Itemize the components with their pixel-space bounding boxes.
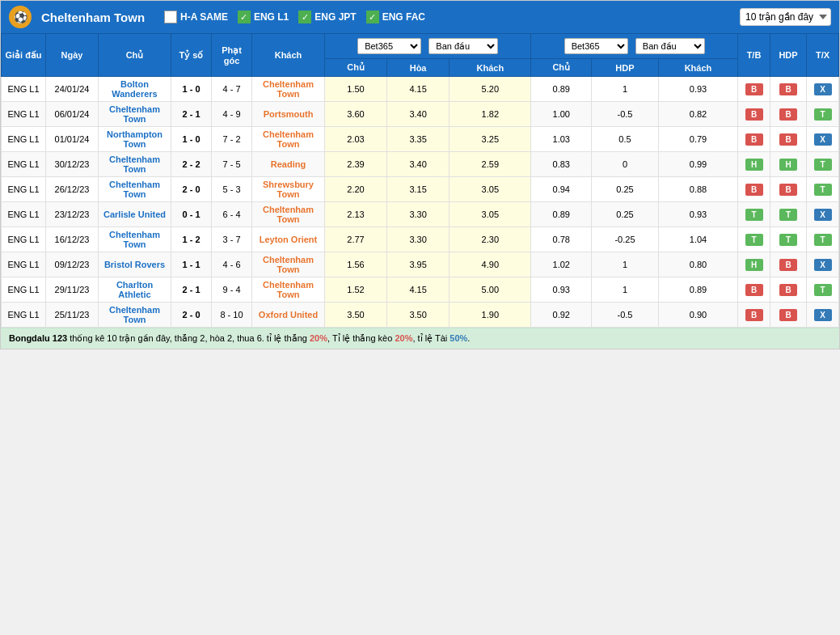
cell-league: ENG L1 xyxy=(2,252,46,277)
cell-btn2[interactable]: B xyxy=(770,303,807,328)
action-btn-1[interactable]: B xyxy=(745,133,763,146)
action-btn-3[interactable]: T xyxy=(814,284,832,296)
th-chu-hdp: Chủ xyxy=(531,59,592,77)
action-btn-1[interactable]: H xyxy=(745,259,763,271)
action-btn-2[interactable]: T xyxy=(779,209,797,221)
cell-btn3[interactable]: T xyxy=(807,102,839,127)
action-btn-3[interactable]: X xyxy=(814,133,832,146)
cell-home[interactable]: Cheltenham Town xyxy=(99,227,171,252)
cell-league: ENG L1 xyxy=(2,277,46,303)
th-khach-odds: Khách xyxy=(450,59,531,77)
action-btn-2[interactable]: B xyxy=(779,284,797,296)
cell-home[interactable]: Charlton Athletic xyxy=(99,277,171,303)
cell-away[interactable]: Cheltenham Town xyxy=(252,127,325,152)
action-btn-1[interactable]: B xyxy=(745,83,763,95)
cell-home[interactable]: Cheltenham Town xyxy=(99,177,171,202)
cell-home[interactable]: Northampton Town xyxy=(99,127,171,152)
cell-away[interactable]: Leyton Orient xyxy=(252,227,325,252)
action-btn-1[interactable]: H xyxy=(745,159,763,171)
cell-btn3[interactable]: T xyxy=(807,177,839,202)
action-btn-3[interactable]: X xyxy=(814,83,832,95)
action-btn-2[interactable]: B xyxy=(779,259,797,271)
cell-away[interactable]: Cheltenham Town xyxy=(252,202,325,227)
cell-home[interactable]: Cheltenham Town xyxy=(99,303,171,328)
cell-btn3[interactable]: X xyxy=(807,127,839,152)
eng-jpt-checkbox[interactable]: ✓ xyxy=(298,11,311,23)
cell-btn3[interactable]: T xyxy=(807,152,839,177)
cell-away[interactable]: Oxford United xyxy=(252,303,325,328)
cell-btn2[interactable]: B xyxy=(770,252,807,277)
cell-btn2[interactable]: B xyxy=(770,177,807,202)
action-btn-3[interactable]: X xyxy=(814,259,832,271)
action-btn-2[interactable]: B xyxy=(779,108,797,121)
cell-btn1[interactable]: B xyxy=(738,77,770,102)
recent-matches-dropdown[interactable]: 10 trận gần đây 5 trận gần đây 20 trận g… xyxy=(740,8,831,26)
bet365-select-2[interactable]: Bet365 xyxy=(564,38,628,54)
cell-btn2[interactable]: B xyxy=(770,127,807,152)
cell-btn2[interactable]: T xyxy=(770,227,807,252)
action-btn-3[interactable]: T xyxy=(814,234,832,246)
cell-btn1[interactable]: T xyxy=(738,227,770,252)
action-btn-2[interactable]: H xyxy=(779,159,797,171)
action-btn-3[interactable]: T xyxy=(814,159,832,171)
action-btn-2[interactable]: B xyxy=(779,309,797,321)
cell-home[interactable]: Carlisle United xyxy=(99,202,171,227)
cell-btn1[interactable]: B xyxy=(738,277,770,303)
action-btn-1[interactable]: T xyxy=(745,234,763,246)
cell-away[interactable]: Cheltenham Town xyxy=(252,277,325,303)
cell-btn1[interactable]: T xyxy=(738,202,770,227)
cell-btn2[interactable]: B xyxy=(770,277,807,303)
cell-btn3[interactable]: T xyxy=(807,227,839,252)
cell-home[interactable]: Bolton Wanderers xyxy=(99,77,171,102)
cell-btn3[interactable]: X xyxy=(807,303,839,328)
cell-away[interactable]: Cheltenham Town xyxy=(252,77,325,102)
cell-away[interactable]: Portsmouth xyxy=(252,102,325,127)
cell-penalty: 4 - 9 xyxy=(212,102,252,127)
table-row: ENG L1 24/01/24 Bolton Wanderers 1 - 0 4… xyxy=(2,77,839,102)
action-btn-2[interactable]: T xyxy=(779,234,797,246)
action-btn-1[interactable]: B xyxy=(745,108,763,121)
cell-btn1[interactable]: H xyxy=(738,252,770,277)
eng-l1-checkbox[interactable]: ✓ xyxy=(238,11,251,23)
cell-home[interactable]: Bristol Rovers xyxy=(99,252,171,277)
action-btn-3[interactable]: X xyxy=(814,309,832,321)
cell-btn2[interactable]: B xyxy=(770,102,807,127)
cell-btn3[interactable]: X xyxy=(807,202,839,227)
action-btn-2[interactable]: B xyxy=(779,83,797,95)
cell-away[interactable]: Shrewsbury Town xyxy=(252,177,325,202)
ha-same-checkbox[interactable] xyxy=(164,11,177,23)
cell-btn1[interactable]: H xyxy=(738,152,770,177)
bet365-select-1[interactable]: Bet365 xyxy=(357,38,421,54)
cell-btn3[interactable]: X xyxy=(807,252,839,277)
action-btn-3[interactable]: T xyxy=(814,108,832,121)
cell-btn1[interactable]: B xyxy=(738,102,770,127)
cell-hoa: 3.15 xyxy=(387,177,450,202)
action-btn-2[interactable]: B xyxy=(779,133,797,146)
cell-btn3[interactable]: T xyxy=(807,277,839,303)
ban-dau-select-1[interactable]: Ban đầu xyxy=(428,38,498,54)
cell-away[interactable]: Cheltenham Town xyxy=(252,252,325,277)
th-tx: T/X xyxy=(807,34,839,77)
cell-btn2[interactable]: B xyxy=(770,77,807,102)
cell-btn1[interactable]: B xyxy=(738,177,770,202)
action-btn-1[interactable]: B xyxy=(745,309,763,321)
cell-away[interactable]: Reading xyxy=(252,152,325,177)
eng-jpt-label: ENG JPT xyxy=(314,11,356,23)
cell-home[interactable]: Cheltenham Town xyxy=(99,102,171,127)
action-btn-3[interactable]: X xyxy=(814,209,832,221)
action-btn-1[interactable]: B xyxy=(745,284,763,296)
action-btn-2[interactable]: B xyxy=(779,184,797,196)
cell-btn1[interactable]: B xyxy=(738,127,770,152)
cell-btn1[interactable]: B xyxy=(738,303,770,328)
ban-dau-select-2[interactable]: Ban đầu xyxy=(635,38,705,54)
th-tb: T/B xyxy=(738,34,770,77)
action-btn-1[interactable]: B xyxy=(745,184,763,196)
cell-home[interactable]: Cheltenham Town xyxy=(99,152,171,177)
cell-btn2[interactable]: T xyxy=(770,202,807,227)
action-btn-3[interactable]: T xyxy=(814,184,832,196)
cell-chu-hdp: 0.94 xyxy=(531,177,592,202)
action-btn-1[interactable]: T xyxy=(745,209,763,221)
cell-btn2[interactable]: H xyxy=(770,152,807,177)
cell-btn3[interactable]: X xyxy=(807,77,839,102)
eng-fac-checkbox[interactable]: ✓ xyxy=(366,11,379,23)
